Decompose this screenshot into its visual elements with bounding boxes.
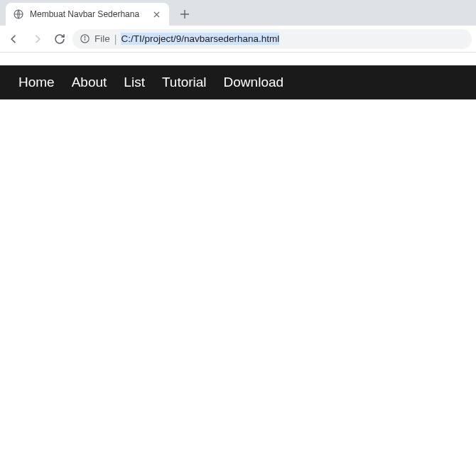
- nav-link-list[interactable]: List: [115, 75, 153, 90]
- url-divider: |: [114, 33, 117, 45]
- close-icon[interactable]: [151, 9, 162, 20]
- nav-link-download[interactable]: Download: [215, 75, 293, 90]
- nav-link-about[interactable]: About: [63, 75, 116, 90]
- new-tab-button[interactable]: [175, 4, 195, 24]
- address-bar[interactable]: File | C:/TI/project/9/navbarsederhana.h…: [72, 29, 472, 49]
- browser-toolbar: File | C:/TI/project/9/navbarsederhana.h…: [0, 26, 476, 53]
- url-protocol-label: File: [94, 33, 110, 44]
- reload-button[interactable]: [50, 29, 70, 49]
- page-content: Home About List Tutorial Download: [0, 65, 476, 99]
- svg-point-3: [85, 37, 85, 38]
- tab-title: Membuat Navbar Sederhana: [30, 9, 151, 19]
- back-button[interactable]: [4, 29, 24, 49]
- browser-tab-active[interactable]: Membuat Navbar Sederhana: [6, 3, 169, 26]
- tab-strip: Membuat Navbar Sederhana: [0, 0, 476, 26]
- page-navbar: Home About List Tutorial Download: [0, 65, 476, 99]
- info-icon: [80, 33, 90, 44]
- browser-chrome: Membuat Navbar Sederhana: [0, 0, 476, 53]
- globe-icon: [13, 9, 24, 20]
- nav-link-tutorial[interactable]: Tutorial: [153, 75, 215, 90]
- url-path: C:/TI/project/9/navbarsederhana.html: [121, 33, 279, 45]
- forward-button[interactable]: [27, 29, 47, 49]
- nav-link-home[interactable]: Home: [10, 75, 63, 90]
